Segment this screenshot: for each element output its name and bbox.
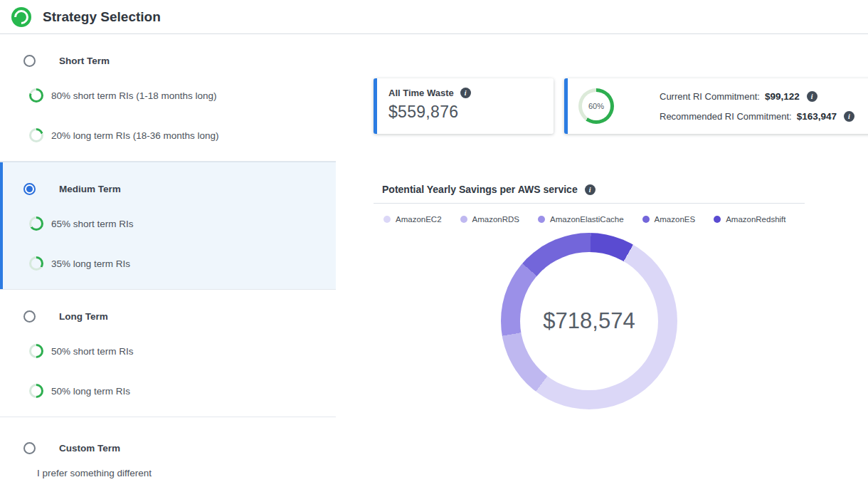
legend-label: AmazonEC2 — [396, 215, 442, 224]
radio-row-medium-term[interactable]: Medium Term — [0, 162, 336, 195]
sub-option-label: 80% short term RIs (1-18 months long) — [51, 90, 217, 101]
option-label-short-term: Short Term — [59, 56, 110, 66]
gauge-percentage: 60% — [578, 88, 614, 124]
info-icon[interactable]: i — [585, 184, 596, 195]
legend-label: AmazonRDS — [472, 215, 519, 224]
sub-option-label: 65% short term RIs — [51, 219, 134, 229]
allocation-arc-icon — [29, 384, 43, 398]
radio-short-term[interactable] — [23, 55, 36, 67]
sub-option-label: 35% long term RIs — [51, 258, 130, 269]
sub-option-label: 50% long term RIs — [51, 386, 130, 397]
option-label-medium-term: Medium Term — [59, 184, 121, 194]
option-label-long-term: Long Term — [59, 311, 108, 322]
radio-long-term[interactable] — [23, 310, 36, 323]
legend-item-amazonredshift[interactable]: AmazonRedshift — [714, 215, 785, 224]
legend-dot — [714, 216, 721, 223]
waste-card-title: All Time Waste — [388, 88, 454, 98]
option-medium-term[interactable]: Medium Term 65% short term RIs 35% long … — [0, 162, 336, 290]
allocation-arc-icon — [29, 256, 43, 271]
sub-option-label: 50% short term RIs — [51, 346, 134, 357]
legend-label: AmazonElastiCache — [550, 215, 624, 224]
legend-item-amazonrds[interactable]: AmazonRDS — [460, 215, 519, 224]
info-icon[interactable]: i — [844, 111, 854, 122]
option-custom-term[interactable]: Custom Term I prefer something different — [0, 417, 336, 492]
current-commitment-row: Current RI Commitment: $99,122 i — [660, 91, 854, 102]
header: Strategy Selection — [0, 0, 868, 34]
allocation-arc-icon — [29, 88, 43, 103]
savings-chart-section: Potential Yearly Savings per AWS service… — [374, 178, 805, 492]
divider — [374, 203, 805, 204]
allocation-arc-icon — [29, 344, 43, 358]
legend-item-amazones[interactable]: AmazonES — [642, 215, 696, 224]
commitment-gauge: 60% — [578, 88, 614, 124]
waste-card-value: $559,876 — [388, 103, 542, 122]
ri-commitment-card: 60% Current RI Commitment: $99,122 i Rec… — [564, 78, 868, 134]
info-icon[interactable]: i — [460, 88, 471, 98]
legend-dot — [538, 216, 545, 223]
sub-option-label: 20% long term RIs (18-36 months long) — [51, 130, 219, 141]
sub-option: 50% long term RIs — [29, 384, 336, 398]
recommended-commitment-value: $163,947 — [797, 111, 837, 122]
info-icon[interactable]: i — [807, 91, 817, 102]
option-short-term[interactable]: Short Term 80% short term RIs (1-18 mont… — [0, 34, 336, 162]
option-label-custom-term: Custom Term — [59, 443, 120, 454]
donut-center-total: $718,574 — [501, 233, 677, 409]
option-long-term[interactable]: Long Term 50% short term RIs 50% long te… — [0, 290, 336, 417]
legend-dot — [383, 216, 391, 223]
custom-term-note: I prefer something different — [37, 468, 336, 478]
legend-label: AmazonES — [655, 215, 696, 224]
strategy-options-panel: Short Term 80% short term RIs (1-18 mont… — [0, 34, 336, 492]
allocation-arc-icon — [29, 216, 43, 231]
radio-custom-term[interactable] — [23, 442, 36, 454]
legend-dot — [642, 216, 650, 223]
radio-medium-term[interactable] — [23, 183, 36, 195]
recommended-commitment-row: Recommended RI Commitment: $163,947 i — [660, 111, 854, 122]
radio-row-custom-term[interactable]: Custom Term — [0, 417, 336, 454]
sub-option: 20% long term RIs (18-36 months long) — [29, 128, 336, 142]
chart-legend: AmazonEC2 AmazonRDS AmazonElastiCache Am… — [383, 215, 786, 224]
allocation-arc-icon — [29, 128, 43, 142]
app-logo-icon — [11, 7, 31, 27]
current-commitment-label: Current RI Commitment: — [660, 91, 760, 102]
page-title: Strategy Selection — [43, 9, 161, 25]
sub-option: 80% short term RIs (1-18 months long) — [29, 88, 336, 103]
chart-title: Potential Yearly Savings per AWS service — [382, 184, 578, 195]
sub-option: 50% short term RIs — [29, 344, 336, 358]
savings-donut[interactable]: $718,574 — [501, 233, 677, 409]
radio-row-short-term[interactable]: Short Term — [0, 34, 336, 67]
all-time-waste-card: All Time Waste i $559,876 — [374, 78, 554, 134]
legend-item-amazonelasticache[interactable]: AmazonElastiCache — [538, 215, 624, 224]
legend-label: AmazonRedshift — [726, 215, 785, 224]
legend-item-amazonec2[interactable]: AmazonEC2 — [383, 215, 442, 224]
sub-option: 35% long term RIs — [29, 256, 336, 271]
legend-dot — [460, 216, 467, 223]
sub-option: 65% short term RIs — [29, 216, 336, 231]
recommended-commitment-label: Recommended RI Commitment: — [660, 111, 792, 122]
radio-row-long-term[interactable]: Long Term — [0, 290, 336, 323]
current-commitment-value: $99,122 — [765, 91, 800, 102]
